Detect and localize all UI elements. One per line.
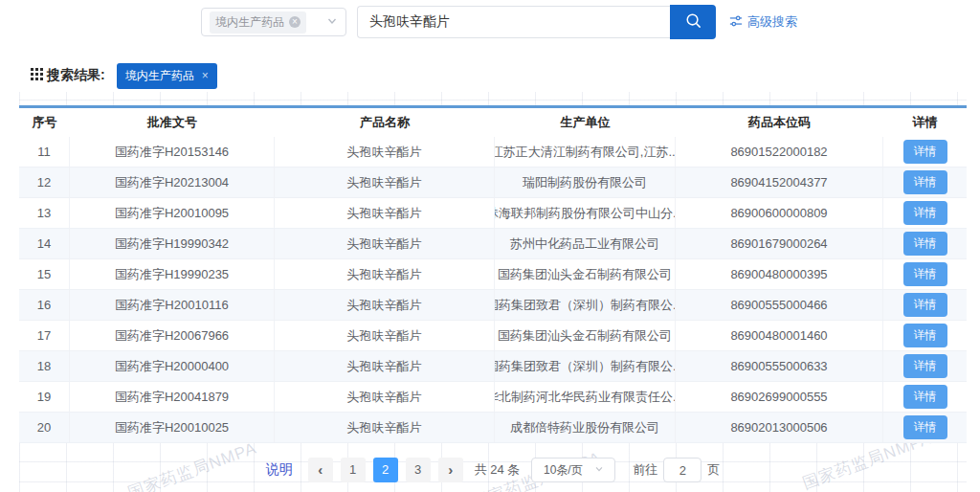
- results-table: 序号 批准文号 产品名称 生产单位 药品本位码 详情 11 国药准字H20153…: [19, 105, 967, 443]
- table-row: 12 国药准字H20213004 头孢呋辛酯片 瑞阳制药股份有限公司 86904…: [19, 168, 967, 198]
- cell-product: 头孢呋辛酯片: [275, 168, 495, 197]
- table-row: 18 国药准字H20000400 头孢呋辛酯片 国药集团致君（深圳）制药有限公.…: [19, 351, 967, 382]
- detail-button[interactable]: 详情: [903, 170, 947, 194]
- results-label-text: 搜索结果:: [47, 67, 105, 84]
- table-row: 13 国药准字H20010095 头孢呋辛酯片 珠海联邦制药股份有限公司中山分.…: [19, 198, 967, 229]
- cell-approval: 国药准字H20000400: [70, 351, 275, 381]
- cell-approval: 国药准字H19990342: [70, 229, 275, 258]
- page-size-value: 10条/页: [544, 462, 583, 479]
- column-header-product: 产品名称: [275, 108, 495, 137]
- cell-manufacturer: 成都倍特药业股份有限公司: [495, 413, 676, 442]
- goto-suffix: 页: [707, 461, 720, 479]
- table-row: 17 国药准字H20067966 头孢呋辛酯片 国药集团汕头金石制药有限公司 8…: [19, 321, 967, 351]
- cell-no: 20: [19, 413, 70, 442]
- goto-page-input[interactable]: [663, 458, 702, 482]
- detail-button[interactable]: 详情: [903, 232, 947, 256]
- note-link[interactable]: 说明: [266, 461, 293, 479]
- table-row: 16 国药准字H20010116 头孢呋辛酯片 国药集团致君（深圳）制药有限公.…: [19, 290, 967, 321]
- cell-approval: 国药准字H20213004: [70, 168, 275, 197]
- grid-icon: [31, 68, 43, 83]
- cell-code: 86900480001460: [676, 321, 883, 350]
- detail-button[interactable]: 详情: [903, 385, 947, 409]
- prev-page-button[interactable]: ‹: [308, 458, 333, 482]
- cell-product: 头孢呋辛酯片: [275, 351, 495, 381]
- page-button-3[interactable]: 3: [406, 458, 431, 482]
- cell-code: 86904152004377: [676, 168, 883, 197]
- detail-button[interactable]: 详情: [903, 262, 947, 286]
- cell-manufacturer: 苏州中化药品工业有限公司: [495, 229, 676, 258]
- table-row: 11 国药准字H20153146 头孢呋辛酯片 江苏正大清江制药有限公司,江苏.…: [19, 137, 967, 168]
- cell-product: 头孢呋辛酯片: [275, 229, 495, 258]
- table-row: 15 国药准字H19990235 头孢呋辛酯片 国药集团汕头金石制药有限公司 8…: [19, 259, 967, 290]
- chevron-down-icon: [594, 463, 604, 477]
- cell-no: 15: [19, 259, 70, 289]
- cell-no: 16: [19, 290, 70, 320]
- detail-button[interactable]: 详情: [903, 415, 947, 439]
- cell-product: 头孢呋辛酯片: [275, 413, 495, 442]
- table-row: 19 国药准字H20041879 头孢呋辛酯片 华北制药河北华民药业有限责任公.…: [19, 382, 967, 413]
- cell-manufacturer: 江苏正大清江制药有限公司,江苏...: [495, 137, 676, 167]
- cell-product: 头孢呋辛酯片: [275, 321, 495, 350]
- cell-no: 13: [19, 198, 70, 228]
- cell-code: 86902699000555: [676, 382, 883, 412]
- page-button-2-active[interactable]: 2: [373, 458, 398, 482]
- detail-button[interactable]: 详情: [903, 201, 947, 225]
- search-button[interactable]: [670, 5, 716, 39]
- cell-approval: 国药准字H20010025: [70, 413, 275, 442]
- page-size-select[interactable]: 10条/页: [531, 458, 615, 482]
- table-header-row: 序号 批准文号 产品名称 生产单位 药品本位码 详情: [19, 108, 967, 137]
- table-row: 20 国药准字H20010025 头孢呋辛酯片 成都倍特药业股份有限公司 869…: [19, 413, 967, 443]
- results-label: 搜索结果:: [31, 67, 105, 84]
- circle-x-icon[interactable]: ×: [289, 16, 301, 28]
- cell-code: 86900480000395: [676, 259, 883, 289]
- cell-no: 12: [19, 168, 70, 197]
- cell-product: 头孢呋辛酯片: [275, 259, 495, 289]
- category-tag-label: 境内生产药品: [215, 14, 284, 31]
- cell-no: 18: [19, 351, 70, 381]
- advanced-search-link[interactable]: 高级搜索: [729, 13, 797, 31]
- close-icon[interactable]: ×: [202, 69, 209, 82]
- advanced-search-label: 高级搜索: [747, 13, 797, 31]
- category-select[interactable]: 境内生产药品 ×: [201, 8, 346, 36]
- cell-approval: 国药准字H20041879: [70, 382, 275, 412]
- result-filter-tag: 境内生产药品 ×: [117, 63, 217, 89]
- goto-page: 前往 页: [633, 458, 720, 482]
- cell-code: 86900555000466: [676, 290, 883, 320]
- results-header: 搜索结果: 境内生产药品 ×: [19, 59, 967, 92]
- goto-prefix: 前往: [633, 461, 657, 479]
- results-card: 国家药监局NMPA 国家药监局NMPA 国家药监局NMPA 搜索结果: 境内生产…: [19, 59, 967, 492]
- cell-no: 14: [19, 229, 70, 258]
- cell-manufacturer: 珠海联邦制药股份有限公司中山分...: [495, 198, 676, 228]
- cell-no: 19: [19, 382, 70, 412]
- cell-product: 头孢呋辛酯片: [275, 290, 495, 320]
- cell-manufacturer: 华北制药河北华民药业有限责任公...: [495, 382, 676, 412]
- cell-code: 86900555000633: [676, 351, 883, 381]
- cell-manufacturer: 国药集团致君（深圳）制药有限公...: [495, 290, 676, 320]
- cell-product: 头孢呋辛酯片: [275, 137, 495, 167]
- detail-button[interactable]: 详情: [903, 293, 947, 317]
- category-tag: 境内生产药品 ×: [210, 11, 306, 34]
- column-header-manufacturer: 生产单位: [495, 108, 676, 137]
- cell-approval: 国药准字H19990235: [70, 259, 275, 289]
- pagination: 说明 ‹ 1 2 3 › 共 24 条 10条/页 前往 页: [19, 458, 967, 482]
- magnifier-icon: [684, 11, 702, 33]
- table-row: 14 国药准字H19990342 头孢呋辛酯片 苏州中化药品工业有限公司 869…: [19, 229, 967, 259]
- column-header-code: 药品本位码: [676, 108, 883, 137]
- cell-approval: 国药准字H20153146: [70, 137, 275, 167]
- cell-manufacturer: 瑞阳制药股份有限公司: [495, 168, 676, 197]
- chevron-down-icon: [326, 13, 338, 31]
- cell-manufacturer: 国药集团汕头金石制药有限公司: [495, 321, 676, 350]
- search-bar: 境内生产药品 × 高级搜索: [201, 5, 797, 39]
- detail-button[interactable]: 详情: [903, 354, 947, 378]
- detail-button[interactable]: 详情: [903, 140, 947, 164]
- result-filter-tag-label: 境内生产药品: [125, 68, 194, 84]
- cell-code: 86901522000182: [676, 137, 883, 167]
- cell-approval: 国药准字H20067966: [70, 321, 275, 350]
- column-header-detail: 详情: [883, 108, 967, 137]
- cell-code: 86900600000809: [676, 198, 883, 228]
- search-input[interactable]: [357, 6, 670, 38]
- cell-manufacturer: 国药集团汕头金石制药有限公司: [495, 259, 676, 289]
- next-page-button[interactable]: ›: [438, 458, 463, 482]
- detail-button[interactable]: 详情: [903, 324, 947, 347]
- page-button-1[interactable]: 1: [341, 458, 366, 482]
